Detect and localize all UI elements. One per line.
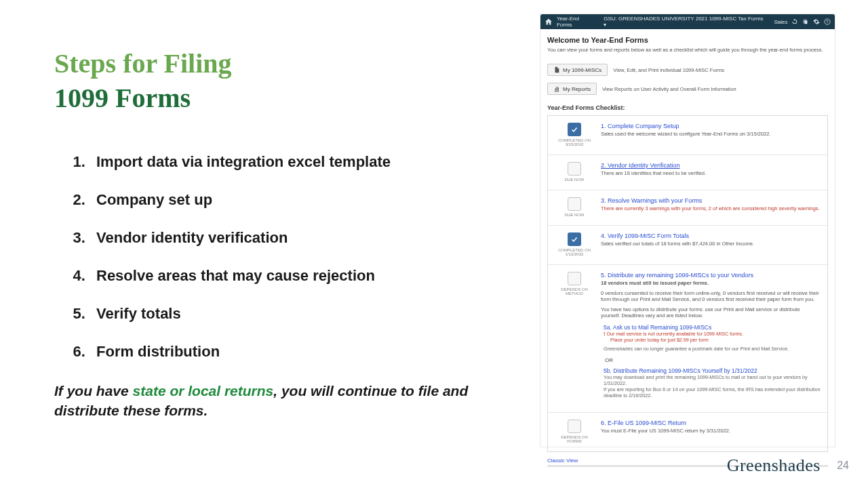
welcome-heading: Welcome to Year-End Forms xyxy=(547,36,828,44)
my-reports-desc: View Reports on User Activity and Overal… xyxy=(602,86,736,92)
welcome-section: Welcome to Year-End Forms You can view y… xyxy=(540,29,835,57)
checklist-item-6: DEPENDS ON FORMS 6. E-File US 1099-MISC … xyxy=(548,413,827,451)
topbar-center[interactable]: GSU: GREENSHADES UNIVERSITY 2021 1099-MI… xyxy=(604,16,766,28)
my-reports-label: My Reports xyxy=(563,86,591,92)
gear-icon[interactable] xyxy=(813,18,820,25)
help-icon[interactable]: ? xyxy=(824,18,831,25)
copy-icon[interactable] xyxy=(802,18,809,25)
checklist-item-5: DEPENDS ON METHOD 5. Distribute any rema… xyxy=(548,265,827,413)
title-line1: Steps for Filing xyxy=(54,47,488,79)
item-2-link[interactable]: 2. Vendor Identity Verification xyxy=(601,162,821,169)
check-pending-icon xyxy=(568,162,581,176)
status-6: DEPENDS ON FORMS xyxy=(555,435,594,443)
note-prefix: If you have xyxy=(54,383,133,399)
check-done-icon xyxy=(568,232,581,246)
item-2-desc: There are 18 identities that need to be … xyxy=(601,170,821,176)
my-1099-desc: View, Edit, and Print individual 1099-MI… xyxy=(613,67,724,73)
item-5b-sm2: If you are reporting for Box 8 or 14 on … xyxy=(604,386,821,399)
home-icon[interactable] xyxy=(545,18,553,26)
refresh-icon[interactable] xyxy=(791,18,798,25)
item-4-link[interactable]: 4. Verify 1099-MISC Form Totals xyxy=(601,232,821,239)
status-1: COMPLETED ON 3/15/2022 xyxy=(555,138,594,146)
step-3: Vendor identity verification xyxy=(90,229,488,247)
check-pending-icon xyxy=(568,420,581,433)
classic-view-link[interactable]: Classic View xyxy=(547,458,578,464)
checklist-item-1: COMPLETED ON 3/15/2022 1. Complete Compa… xyxy=(548,116,827,155)
svg-text:?: ? xyxy=(826,20,828,24)
topbar: Year-End Forms GSU: GREENSHADES UNIVERSI… xyxy=(540,14,835,29)
item-6-desc: You must E-File your US 1099-MISC return… xyxy=(601,428,821,434)
item-5b-link[interactable]: 5b. Distribute Remaining 1099-MISCs Your… xyxy=(604,367,821,374)
my-reports-button[interactable]: My Reports xyxy=(547,83,597,95)
topbar-user: Sales xyxy=(774,19,787,25)
item-5-link[interactable]: 5. Distribute any remaining 1099-MISCs t… xyxy=(601,272,821,279)
checklist-item-4: COMPLETED ON 1/12/2022 4. Verify 1099-MI… xyxy=(548,226,827,265)
checklist: COMPLETED ON 3/15/2022 1. Complete Compa… xyxy=(547,115,828,452)
welcome-sub: You can view your forms and reports belo… xyxy=(547,47,828,53)
step-6: Form distribution xyxy=(90,343,488,361)
item-1-link[interactable]: 1. Complete Company Setup xyxy=(601,123,821,129)
status-5: DEPENDS ON METHOD xyxy=(555,287,594,296)
item-3-link[interactable]: 3. Resolve Warnings with your Forms xyxy=(601,197,821,204)
item-5a-link[interactable]: 5a. Ask us to Mail Remaining 1099-MISCs xyxy=(604,324,821,331)
steps-list: Import data via integration excel templa… xyxy=(54,153,488,361)
checklist-item-3: DUE NOW 3. Resolve Warnings with your Fo… xyxy=(548,190,827,226)
checklist-title: Year-End Forms Checklist: xyxy=(547,104,835,111)
step-4: Resolve areas that may cause rejection xyxy=(90,267,488,285)
screenshot-panel: Year-End Forms GSU: GREENSHADES UNIVERSI… xyxy=(540,14,835,447)
item-1-desc: Sales used the welcome wizard to configu… xyxy=(601,131,821,137)
report-icon xyxy=(553,85,560,92)
my-1099-label: My 1099-MISCs xyxy=(563,67,601,73)
check-pending-icon xyxy=(568,197,581,211)
step-5: Verify totals xyxy=(90,305,488,323)
check-done-icon xyxy=(568,123,581,136)
step-2: Company set up xyxy=(90,191,488,209)
or-label: OR xyxy=(605,357,821,363)
warning-icon: ! xyxy=(604,331,605,337)
item-5-desc1: 0 vendors consented to receive their for… xyxy=(601,290,821,302)
document-icon xyxy=(553,66,560,73)
note: If you have state or local returns, you … xyxy=(54,381,488,421)
item-5-bold: 18 vendors must still be issued paper fo… xyxy=(601,280,821,286)
breadcrumb[interactable]: Year-End Forms xyxy=(557,16,595,28)
item-4-desc: Sales verified our totals of 18 forms wi… xyxy=(601,241,821,247)
status-4: COMPLETED ON 1/12/2022 xyxy=(555,248,594,256)
item-5-desc2: You have two options to distribute your … xyxy=(601,306,821,319)
page-number: 24 xyxy=(837,460,849,472)
brand-logo: Greenshades xyxy=(727,455,821,476)
step-1: Import data via integration excel templa… xyxy=(90,153,488,171)
item-3-desc: There are currently 3 warnings with your… xyxy=(601,205,821,211)
checklist-item-2: DUE NOW 2. Vendor Identity Verification … xyxy=(548,155,827,190)
item-5a-sm: Greenshades can no longer guarantee a po… xyxy=(604,346,821,352)
note-highlight: state or local returns xyxy=(133,383,274,399)
status-3: DUE NOW xyxy=(555,213,594,217)
item-5a-red1: Our mail service is not currently availa… xyxy=(606,331,743,337)
item-5b-sm1: You may download and print the remaining… xyxy=(604,374,821,386)
title-line2: 1099 Forms xyxy=(54,82,488,114)
item-5a-red2: Place your order today for just $2.99 pe… xyxy=(604,337,821,343)
check-pending-icon xyxy=(568,272,581,285)
status-2: DUE NOW xyxy=(555,178,594,182)
item-6-link[interactable]: 6. E-File US 1099-MISC Return xyxy=(601,420,821,426)
my-1099-button[interactable]: My 1099-MISCs xyxy=(547,64,608,76)
